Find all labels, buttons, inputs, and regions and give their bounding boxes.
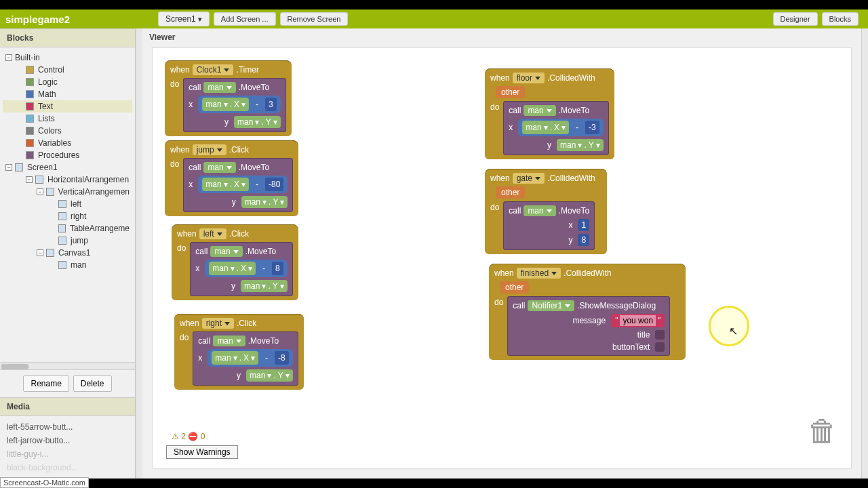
blocks-tree[interactable]: −Built-in Control Logic Math Text Lists …	[0, 47, 135, 362]
tree-control[interactable]: Control	[3, 64, 132, 76]
tree-vert-arr[interactable]: −VerticalArrangemen	[3, 186, 132, 198]
other-param[interactable]: other	[496, 86, 525, 98]
expander-icon[interactable]: −	[37, 249, 43, 256]
block-when-floor-collided[interactable]: whenfloor.CollidedWith other do callman.…	[485, 68, 614, 159]
window-bottom-black	[0, 479, 868, 488]
delete-button[interactable]: Delete	[73, 375, 112, 392]
text-color-icon	[26, 102, 34, 110]
layout-icon	[35, 176, 43, 184]
canvas-icon	[46, 249, 54, 257]
cursor-icon: ↖	[729, 325, 738, 338]
tree-logic[interactable]: Logic	[3, 76, 132, 88]
app-title: simplegame2	[5, 14, 70, 25]
add-screen-button[interactable]: Add Screen ...	[214, 12, 276, 26]
floor-dropdown[interactable]: floor	[513, 73, 545, 83]
colors-color-icon	[26, 127, 34, 135]
show-warnings-button[interactable]: Show Warnings	[166, 445, 238, 459]
tree-variables[interactable]: Variables	[3, 137, 132, 149]
component-icon	[58, 224, 66, 232]
sidebar: Blocks −Built-in Control Logic Math Text…	[0, 28, 136, 479]
call-man-moveto[interactable]: callman.MoveTo x1 y8	[503, 201, 595, 250]
media-panel-header: Media	[0, 397, 135, 416]
tree-horiz-arr[interactable]: −HorizontalArrangemen	[3, 174, 132, 186]
designer-button[interactable]: Designer	[773, 12, 818, 26]
media-list: left-55arrow-butt... left-jarrow-butto..…	[0, 416, 135, 479]
do-label: do	[170, 78, 183, 89]
notifier-dropdown[interactable]: Notifier1	[528, 300, 574, 311]
other-param[interactable]: other	[500, 281, 529, 293]
block-when-jump-click[interactable]: whenjump.Click do callman.MoveTo x man▾.…	[165, 140, 298, 216]
viewer-v-scrollbar[interactable]	[861, 28, 868, 479]
blocks-panel-header: Blocks	[0, 28, 135, 47]
remove-screen-button[interactable]: Remove Screen	[280, 12, 349, 26]
tree-text[interactable]: Text	[3, 100, 132, 113]
procedures-color-icon	[26, 151, 34, 159]
block-when-left-click[interactable]: whenleft.Click do callman.MoveTo x man▾.…	[172, 224, 298, 300]
jump-dropdown[interactable]: jump	[193, 144, 226, 155]
tree-right[interactable]: right	[3, 210, 132, 222]
trash-icon[interactable]: 🗑	[808, 414, 837, 448]
call-man-moveto[interactable]: callman.MoveTo x man▾.X▾--8 y man▾.Y▾	[193, 331, 298, 386]
media-item[interactable]: left-55arrow-butt...	[7, 420, 128, 434]
block-when-gate-collided[interactable]: whengate.CollidedWith other do callman.M…	[485, 169, 607, 254]
block-when-right-click[interactable]: whenright.Click do callman.MoveTo x man▾…	[174, 314, 304, 390]
layout-icon	[46, 188, 54, 196]
app-header: simplegame2 Screen1 ▾ Add Screen ... Rem…	[0, 9, 868, 28]
media-item[interactable]: black-background...	[7, 461, 128, 474]
right-dropdown[interactable]: right	[202, 318, 234, 329]
warnings-indicator: ⚠ 2 ⛔ 0	[172, 432, 205, 441]
call-man-moveto[interactable]: callman.MoveTo x man▾.X▾-8 y man▾.Y▾	[190, 242, 292, 296]
control-color-icon	[26, 66, 34, 74]
viewer-header: Viewer	[142, 28, 861, 46]
rename-button[interactable]: Rename	[23, 375, 68, 392]
block-when-finished-collided[interactable]: whenfinished.CollidedWith other do callN…	[489, 264, 686, 360]
logic-color-icon	[26, 78, 34, 86]
call-man-moveto[interactable]: callman.MoveTo x man▾.X▾-3 y man▾.Y▾	[183, 78, 285, 132]
expander-icon[interactable]: −	[37, 188, 43, 195]
tree-math[interactable]: Math	[3, 88, 132, 100]
blocks-button[interactable]: Blocks	[822, 12, 859, 26]
call-man-moveto[interactable]: callman.MoveTo x man▾.X▾--3 y man▾.Y▾	[503, 101, 608, 155]
clock1-dropdown[interactable]: Clock1	[193, 64, 234, 75]
tree-jump[interactable]: jump	[3, 235, 132, 247]
tree-table[interactable]: TableArrangeme	[3, 222, 132, 235]
left-dropdown[interactable]: left	[199, 228, 226, 239]
sidebar-v-scrollbar[interactable]	[136, 28, 142, 479]
screen-dropdown[interactable]: Screen1 ▾	[158, 12, 210, 26]
tree-procedures[interactable]: Procedures	[3, 149, 132, 161]
math-color-icon	[26, 90, 34, 98]
variables-color-icon	[26, 139, 34, 147]
tree-left[interactable]: left	[3, 198, 132, 210]
sidebar-h-scrollbar[interactable]	[0, 362, 135, 370]
expander-icon[interactable]: −	[5, 164, 12, 171]
tree-canvas[interactable]: −Canvas1	[3, 247, 132, 259]
expander-icon[interactable]: −	[5, 54, 12, 61]
component-icon	[58, 200, 66, 208]
other-param[interactable]: other	[496, 186, 525, 199]
media-item[interactable]: left-jarrow-butto...	[7, 434, 128, 447]
window-top-black	[0, 0, 868, 9]
man-dropdown[interactable]: man	[203, 82, 235, 93]
screencast-watermark: Screencast-O-Matic.com	[0, 477, 89, 488]
expander-icon[interactable]: −	[26, 176, 33, 183]
blocks-canvas[interactable]: whenClock1.Timer do callman.MoveTo x man…	[152, 47, 852, 469]
tree-colors[interactable]: Colors	[3, 125, 132, 137]
gate-dropdown[interactable]: gate	[513, 173, 545, 184]
block-when-clock-timer[interactable]: whenClock1.Timer do callman.MoveTo x man…	[165, 60, 292, 136]
component-icon	[58, 237, 66, 245]
tree-screen1[interactable]: −Screen1	[3, 161, 132, 174]
finished-dropdown[interactable]: finished	[517, 268, 561, 279]
screen-icon	[15, 163, 23, 171]
call-notifier-showmsg[interactable]: callNotifier1.ShowMessageDialog message …	[507, 296, 670, 356]
tree-man[interactable]: man	[3, 259, 132, 271]
media-item[interactable]: little-guy-i...	[7, 447, 128, 461]
text-literal-youwon[interactable]: "you won"	[611, 314, 665, 327]
tree-lists[interactable]: Lists	[3, 113, 132, 125]
call-man-moveto[interactable]: callman.MoveTo x man▾.X▾--80 y man▾.Y▾	[183, 158, 293, 212]
sprite-icon	[58, 261, 66, 269]
lists-color-icon	[26, 115, 34, 123]
tree-builtin[interactable]: −Built-in	[3, 52, 132, 64]
empty-buttontext-slot[interactable]	[655, 342, 665, 352]
viewer-panel: Viewer whenClock1.Timer do callman.MoveT…	[142, 28, 861, 479]
empty-title-slot[interactable]	[655, 330, 665, 340]
